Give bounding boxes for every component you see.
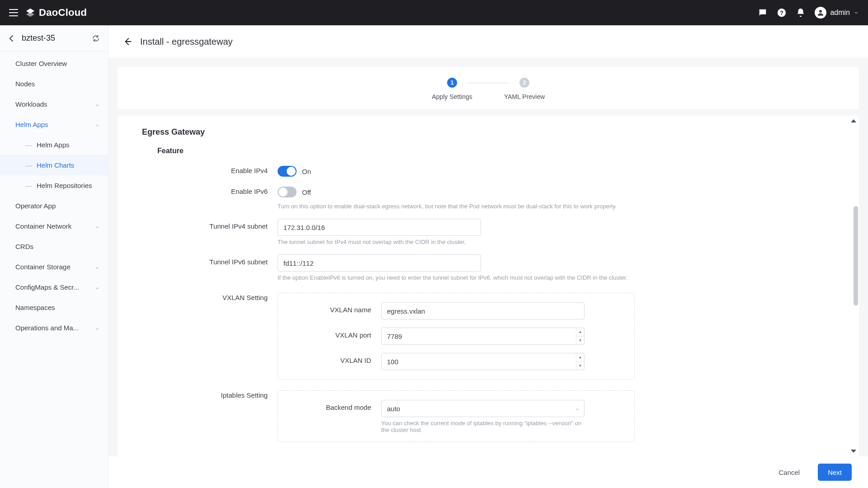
scroll-up-icon[interactable] [851, 119, 856, 122]
chat-icon[interactable] [758, 8, 768, 18]
sidebar-sub-helm-charts[interactable]: —Helm Charts [0, 155, 108, 175]
user-menu[interactable]: admin [815, 7, 859, 19]
label-vxlan: VXLAN Setting [142, 290, 278, 301]
page-title: Install - egressgateway [140, 37, 233, 47]
step-yaml-preview[interactable]: 2 YAML Preview [481, 78, 567, 100]
bell-icon[interactable] [796, 8, 806, 18]
content: 1 Apply Settings 2 YAML Preview Egress G… [108, 58, 868, 456]
scrollbar-thumb[interactable] [854, 206, 858, 305]
input-vxlan-id[interactable] [381, 353, 585, 370]
row-backend-mode: Backend mode You can check the current m… [287, 400, 585, 438]
label-vxlan-id: VXLAN ID [287, 353, 381, 364]
group-iptables: Backend mode You can check the current m… [278, 390, 635, 442]
sidebar-sub-helm-repositories[interactable]: —Helm Repositories [0, 175, 108, 196]
nav: Cluster Overview Nodes Workloads Helm Ap… [0, 53, 108, 338]
chevron-down-icon [854, 10, 859, 15]
step-circle-2: 2 [519, 78, 529, 88]
label-enable-ipv4: Enable IPv4 [142, 163, 278, 174]
divider [0, 51, 108, 52]
svg-marker-1 [26, 12, 34, 17]
step-card: 1 Apply Settings 2 YAML Preview [118, 67, 859, 109]
chevron-down-icon [94, 325, 100, 331]
sidebar-item-configmaps-secrets[interactable]: ConfigMaps & Secr... [0, 277, 108, 297]
hint-enable-ipv6: Turn on this option to enable dual-stack… [278, 203, 653, 210]
spin-down-icon[interactable]: ▼ [576, 362, 584, 370]
input-vxlan-name[interactable] [381, 302, 585, 319]
step-label-2: YAML Preview [504, 93, 545, 100]
sidebar-item-nodes[interactable]: Nodes [0, 74, 108, 94]
chevron-down-icon [94, 285, 100, 290]
spin-up-icon[interactable]: ▲ [576, 353, 584, 362]
step-label-1: Apply Settings [432, 93, 472, 100]
page-header: Install - egressgateway [108, 25, 868, 58]
chevron-down-icon [94, 264, 100, 270]
row-tunnel-ipv6: Tunnel IPv6 subnet If the option EnableI… [142, 254, 835, 286]
input-tunnel-ipv6[interactable] [278, 254, 481, 272]
cluster-header: bztest-35 [0, 25, 108, 51]
form-card: Egress Gateway Feature Enable IPv4 On [118, 116, 859, 456]
sidebar-sub-helm-apps[interactable]: —Helm Apps [0, 135, 108, 155]
label-enable-ipv6: Enable IPv6 [142, 184, 278, 195]
topbar: DaoCloud ? admin [0, 0, 868, 25]
sidebar-item-cluster-overview[interactable]: Cluster Overview [0, 53, 108, 74]
brand-logo-icon [25, 8, 35, 18]
footer: Cancel Next [108, 456, 868, 488]
sidebar-item-namespaces[interactable]: Namespaces [0, 297, 108, 318]
toggle-state-ipv4: On [302, 168, 311, 175]
section-title: Egress Gateway [142, 127, 835, 137]
input-tunnel-ipv4[interactable] [278, 219, 481, 236]
cancel-button[interactable]: Cancel [769, 464, 810, 481]
brand-name: DaoCloud [39, 7, 87, 19]
hint-tunnel-ipv4: The tunnel subnet for IPv4 must not over… [278, 239, 653, 245]
next-button[interactable]: Next [818, 464, 852, 481]
label-vxlan-name: VXLAN name [287, 302, 381, 314]
step-circle-1: 1 [447, 78, 457, 88]
help-icon[interactable]: ? [777, 8, 787, 18]
main: Install - egressgateway 1 Apply Settings… [108, 25, 868, 488]
topbar-left: DaoCloud [9, 7, 87, 19]
chevron-down-icon [94, 224, 100, 229]
menu-icon[interactable] [9, 9, 18, 16]
sidebar-item-operator-app[interactable]: Operator App [0, 196, 108, 216]
cluster-name: bztest-35 [22, 33, 86, 43]
label-vxlan-port: VXLAN port [287, 328, 381, 339]
spinner-vxlan-id[interactable]: ▲▼ [576, 353, 584, 370]
label-backend-mode: Backend mode [287, 400, 381, 411]
scroll-down-icon[interactable] [851, 450, 856, 453]
toggle-enable-ipv4[interactable] [278, 166, 297, 177]
row-enable-ipv6: Enable IPv6 Off Turn on this option to e… [142, 184, 835, 214]
sidebar-item-container-storage[interactable]: Container Storage [0, 257, 108, 277]
row-iptables: Iptables Setting Backend mode [142, 388, 835, 442]
avatar-icon [815, 7, 826, 19]
svg-point-4 [819, 10, 822, 13]
sidebar-item-crds[interactable]: CRDs [0, 236, 108, 257]
label-tunnel-ipv6: Tunnel IPv6 subnet [142, 254, 278, 266]
refresh-icon[interactable] [92, 34, 100, 42]
sidebar-item-helm-apps[interactable]: Helm Apps [0, 114, 108, 135]
row-enable-ipv4: Enable IPv4 On [142, 163, 835, 179]
toggle-enable-ipv6[interactable] [278, 187, 297, 197]
spin-up-icon[interactable]: ▲ [576, 328, 584, 337]
user-name: admin [830, 9, 850, 17]
sidebar-item-workloads[interactable]: Workloads [0, 94, 108, 114]
sidebar-item-operations[interactable]: Operations and Ma... [0, 318, 108, 338]
chevron-down-icon [575, 406, 580, 411]
brand: DaoCloud [25, 7, 87, 19]
chevron-down-icon [94, 102, 100, 107]
group-vxlan: VXLAN name VXLAN port ▲▼ [278, 293, 635, 380]
row-vxlan: VXLAN Setting VXLAN name VXLAN port [142, 290, 835, 380]
row-tunnel-ipv4: Tunnel IPv4 subnet The tunnel subnet for… [142, 219, 835, 250]
subsection-title: Feature [157, 147, 835, 155]
page-back-icon[interactable] [123, 37, 133, 47]
input-vxlan-port[interactable] [381, 328, 585, 345]
select-backend-mode[interactable] [381, 400, 585, 417]
label-iptables: Iptables Setting [142, 388, 278, 399]
spinner-vxlan-port[interactable]: ▲▼ [576, 328, 584, 344]
sidebar-item-container-network[interactable]: Container Network [0, 216, 108, 236]
toggle-state-ipv6: Off [302, 188, 311, 196]
topbar-right: ? admin [758, 7, 859, 19]
chevron-up-icon [94, 122, 100, 127]
hint-tunnel-ipv6: If the option EnableIPv6 is turned on, y… [278, 274, 653, 281]
spin-down-icon[interactable]: ▼ [576, 337, 584, 345]
back-icon[interactable] [7, 34, 16, 43]
